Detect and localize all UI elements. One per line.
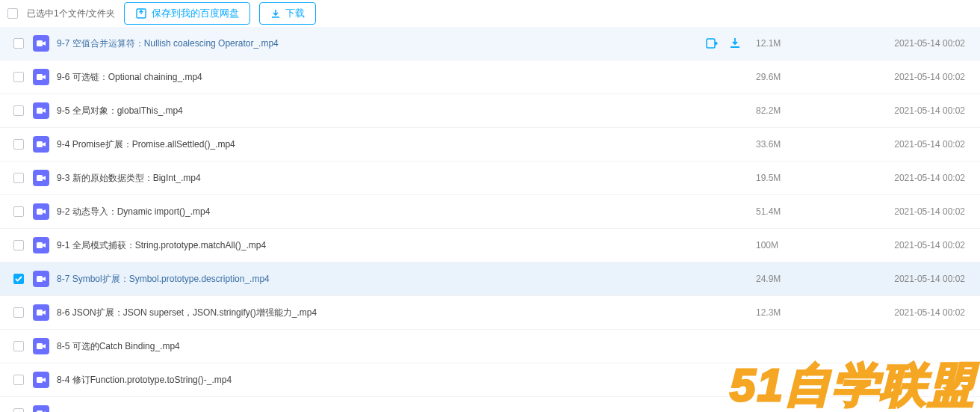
file-list: 9-7 空值合并运算符：Nullish coalescing Operator_…: [0, 27, 980, 412]
save-to-pan-button[interactable]: 保存到我的百度网盘: [124, 2, 250, 25]
file-size: 12.1M: [756, 38, 846, 49]
row-checkbox[interactable]: [13, 408, 24, 412]
video-icon: [37, 107, 46, 114]
file-row[interactable]: 9-6 可选链：Optional chaining_.mp4 29.6M 202…: [0, 61, 980, 94]
file-date: 2021-05-14 00:02: [846, 139, 973, 150]
file-size: 33.6M: [756, 139, 846, 150]
file-type-icon: [33, 35, 49, 52]
video-icon: [37, 242, 46, 249]
svg-rect-3: [37, 74, 43, 80]
video-icon: [37, 208, 46, 215]
file-row[interactable]: 9-3 新的原始数据类型：BigInt_.mp4 19.5M 2021-05-1…: [0, 162, 980, 195]
video-icon: [37, 342, 46, 350]
row-checkbox[interactable]: [13, 240, 24, 250]
file-type-icon: [33, 304, 49, 321]
video-icon: [37, 309, 46, 316]
file-row[interactable]: 9-5 全局对象：globalThis_.mp4 82.2M 2021-05-1…: [0, 94, 980, 128]
svg-rect-13: [37, 242, 43, 248]
file-row[interactable]: 9-1 全局模式捕获：String.prototype.matchAll()_.…: [0, 229, 980, 262]
file-date: 2021-05-14 00:02: [846, 274, 973, 284]
video-icon: [37, 174, 46, 182]
file-row[interactable]: [0, 397, 980, 412]
file-row[interactable]: 8-4 修订Function.prototype.toString()-_.mp…: [0, 363, 980, 397]
download-icon: [270, 8, 281, 19]
file-row[interactable]: 9-2 动态导入：Dynamic import()_.mp4 51.4M 202…: [0, 195, 980, 229]
file-name: 9-2 动态导入：Dynamic import()_.mp4: [57, 206, 210, 218]
download-button[interactable]: 下载: [259, 2, 316, 25]
svg-rect-11: [37, 209, 43, 215]
toolbar: 已选中1个文件/文件夹 保存到我的百度网盘 下载: [0, 0, 980, 27]
file-size: 51.4M: [756, 206, 846, 217]
row-checkbox[interactable]: [13, 72, 24, 82]
file-date: 2021-05-14 00:02: [846, 38, 973, 49]
selection-count-label: 已选中1个文件/文件夹: [27, 7, 115, 20]
file-size: 29.6M: [756, 72, 846, 82]
file-name: 8-4 修订Function.prototype.toString()-_.mp…: [57, 374, 232, 387]
file-type-icon: [33, 136, 49, 153]
save-label: 保存到我的百度网盘: [152, 7, 239, 20]
file-name: 9-4 Promise扩展：Promise.allSettled()_.mp4: [57, 138, 235, 151]
file-type-icon: [33, 203, 49, 220]
svg-rect-5: [37, 108, 43, 114]
file-type-icon: [33, 338, 49, 354]
row-checkbox[interactable]: [13, 105, 24, 116]
file-row[interactable]: 8-5 可选的Catch Binding_.mp4: [0, 330, 980, 363]
video-icon: [37, 275, 46, 283]
file-type-icon: [33, 271, 49, 287]
video-icon: [37, 40, 46, 47]
file-date: 2021-05-14 00:02: [846, 173, 973, 183]
file-name: 9-7 空值合并运算符：Nullish coalescing Operator_…: [57, 37, 279, 50]
video-icon: [37, 73, 46, 81]
file-name: 8-5 可选的Catch Binding_.mp4: [57, 340, 180, 353]
row-checkbox[interactable]: [13, 206, 24, 217]
file-name: 9-3 新的原始数据类型：BigInt_.mp4: [57, 172, 201, 185]
row-checkbox[interactable]: [13, 38, 24, 49]
file-size: 82.2M: [756, 105, 846, 116]
svg-rect-2: [707, 39, 715, 48]
save-icon: [135, 7, 147, 19]
svg-rect-17: [37, 310, 43, 316]
file-size: 19.5M: [756, 173, 846, 183]
video-icon: [37, 376, 46, 384]
share-icon[interactable]: [705, 37, 719, 50]
file-type-icon: [33, 372, 49, 388]
svg-rect-21: [37, 377, 43, 383]
svg-rect-7: [37, 141, 43, 147]
file-date: 2021-05-14 00:02: [846, 206, 973, 217]
file-type-icon: [33, 237, 49, 253]
svg-rect-19: [37, 343, 43, 349]
file-type-icon: [33, 102, 49, 119]
file-row[interactable]: 9-7 空值合并运算符：Nullish coalescing Operator_…: [0, 27, 980, 61]
file-row[interactable]: 9-4 Promise扩展：Promise.allSettled()_.mp4 …: [0, 128, 980, 162]
select-all-checkbox[interactable]: [7, 8, 18, 19]
row-checkbox[interactable]: [13, 375, 24, 385]
file-row[interactable]: 8-7 Symbol扩展：Symbol.prototype.descriptio…: [0, 262, 980, 296]
file-name: 8-7 Symbol扩展：Symbol.prototype.descriptio…: [57, 273, 270, 286]
row-checkbox[interactable]: [13, 341, 24, 351]
file-type-icon: [33, 69, 49, 85]
svg-rect-9: [37, 175, 43, 181]
video-icon: [37, 141, 46, 148]
file-row[interactable]: 8-6 JSON扩展：JSON superset，JSON.stringify(…: [0, 296, 980, 330]
row-checkbox[interactable]: [13, 139, 24, 150]
download-label: 下载: [285, 7, 305, 20]
row-checkbox[interactable]: [13, 274, 24, 284]
file-name: 9-6 可选链：Optional chaining_.mp4: [57, 71, 202, 84]
file-type-icon: [33, 405, 49, 412]
file-size: 12.3M: [756, 307, 846, 318]
row-checkbox[interactable]: [13, 307, 24, 318]
file-name: 9-5 全局对象：globalThis_.mp4: [57, 105, 183, 117]
file-date: 2021-05-14 00:02: [846, 72, 973, 82]
file-size: 100M: [756, 240, 846, 250]
file-size: 24.9M: [756, 274, 846, 284]
svg-rect-15: [37, 276, 43, 282]
row-download-icon[interactable]: [729, 37, 741, 50]
file-name: 8-6 JSON扩展：JSON superset，JSON.stringify(…: [57, 307, 317, 319]
row-checkbox[interactable]: [13, 173, 24, 183]
file-date: 2021-05-14 00:02: [846, 240, 973, 250]
file-date: 2021-05-14 00:02: [846, 307, 973, 318]
file-date: 2021-05-14 00:02: [846, 105, 973, 116]
file-type-icon: [33, 170, 49, 186]
svg-rect-1: [37, 40, 43, 46]
file-name: 9-1 全局模式捕获：String.prototype.matchAll()_.…: [57, 239, 266, 252]
